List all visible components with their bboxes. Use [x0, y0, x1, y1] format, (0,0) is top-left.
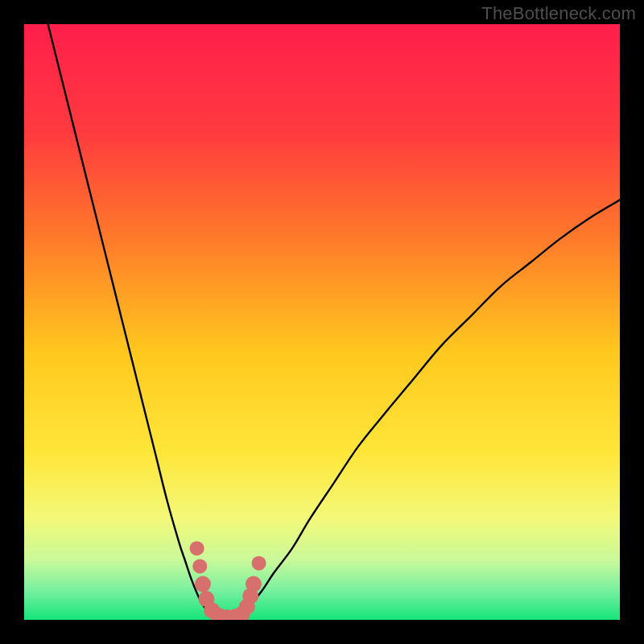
marker-dot: [192, 559, 207, 573]
watermark-text: TheBottleneck.com: [481, 3, 636, 24]
chart-frame: TheBottleneck.com: [0, 0, 644, 644]
marker-dot: [246, 576, 262, 592]
marker-dot: [195, 576, 211, 592]
gradient-background: [24, 24, 620, 620]
plot-area: [24, 24, 620, 620]
marker-dot: [190, 541, 204, 555]
marker-dot: [252, 556, 266, 571]
chart-svg: [24, 24, 620, 620]
